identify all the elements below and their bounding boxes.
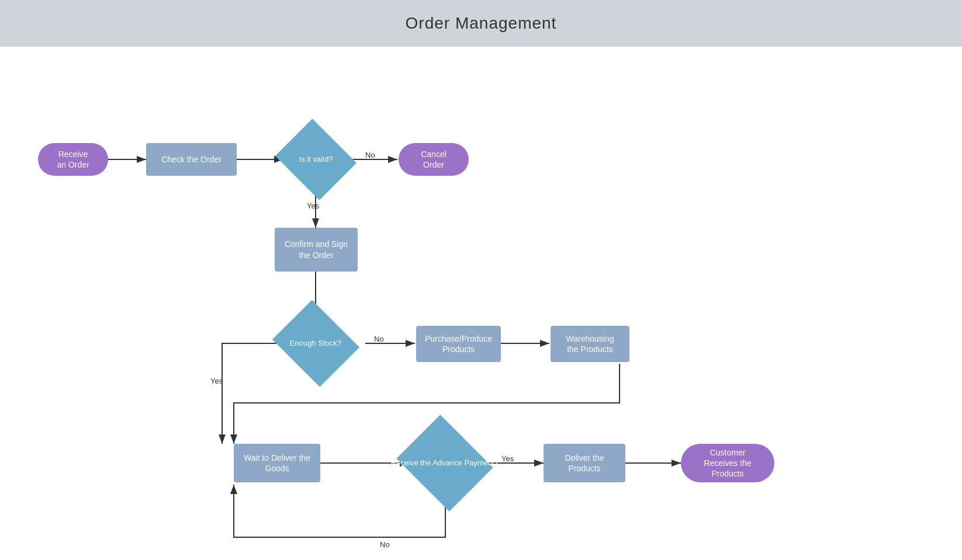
receive-advance-node: Receive the Advance Payment?: [396, 415, 493, 511]
confirm-sign-node: Confirm and Sign the Order: [275, 228, 358, 272]
purchase-produce-node: Purchase/Produce Products: [416, 326, 501, 362]
receive-order-node: Receive an Order: [38, 143, 108, 176]
label-no1: No: [365, 151, 375, 159]
is-valid-node: Is it valid?: [275, 119, 357, 200]
connectors: [0, 47, 962, 560]
label-no2: No: [374, 335, 384, 343]
enough-stock-node: Enough Stock?: [272, 300, 359, 387]
page-title: Order Management: [406, 14, 557, 33]
page-header: Order Management: [0, 0, 962, 47]
label-yes1: Yes: [307, 201, 319, 210]
cancel-order-node: Cancel Order: [399, 143, 469, 176]
check-order-node: Check the Order: [146, 143, 237, 176]
label-yes3: Yes: [501, 454, 514, 463]
label-no3: No: [380, 540, 390, 549]
flowchart-canvas: No Yes No Yes No Yes Receive an Order Ch…: [0, 47, 962, 560]
deliver-products-node: Deliver the Products: [544, 444, 625, 482]
wait-deliver-node: Wait to Deliver the Goods: [234, 444, 320, 482]
warehousing-node: Warehousing the Products: [551, 326, 629, 362]
label-yes2: Yes: [210, 377, 223, 385]
customer-receives-node: Customer Receives the Products: [681, 444, 774, 482]
